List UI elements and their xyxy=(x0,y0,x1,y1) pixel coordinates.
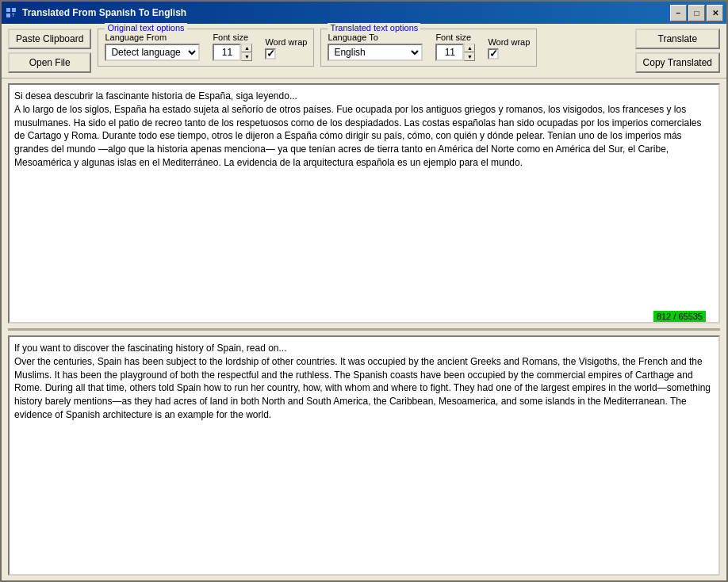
original-word-wrap-checkbox[interactable] xyxy=(265,48,276,59)
translated-text-panel xyxy=(8,335,720,576)
translated-font-down-button[interactable]: ▼ xyxy=(464,52,475,61)
original-font-size-input[interactable] xyxy=(213,44,241,61)
translated-font-size-input[interactable] xyxy=(435,44,464,61)
translated-wordwrap-group: Word wrap xyxy=(488,37,530,61)
original-font-spin-buttons: ▲ ▼ xyxy=(241,44,252,61)
original-font-size-spin: ▲ ▼ xyxy=(213,44,252,61)
language-from-group: Language From Detect language Spanish Fr… xyxy=(105,33,200,61)
minimize-button[interactable]: − xyxy=(670,5,687,21)
window-controls: − □ ✕ xyxy=(670,5,723,21)
translated-word-wrap-checkbox[interactable] xyxy=(488,48,499,59)
original-text-panel: 812 / 65535 xyxy=(8,83,720,324)
char-count-badge: 812 / 65535 xyxy=(653,311,706,322)
main-window: T Translated From Spanish To English − □… xyxy=(0,0,728,582)
svg-rect-0 xyxy=(6,8,10,12)
original-options-label: Original text options xyxy=(105,23,186,33)
original-wordwrap-group: Word wrap xyxy=(265,37,307,61)
original-word-wrap-container xyxy=(265,48,307,59)
paste-clipboard-button[interactable]: Paste Clipboard xyxy=(8,29,91,49)
original-word-wrap-label: Word wrap xyxy=(265,37,307,47)
language-to-select[interactable]: English Spanish French German Italian Po… xyxy=(328,44,423,61)
title-bar: T Translated From Spanish To English − □… xyxy=(2,2,726,24)
close-button[interactable]: ✕ xyxy=(707,5,723,21)
translated-text-wrapper xyxy=(8,335,720,576)
translate-button[interactable]: Translate xyxy=(635,29,720,49)
translated-word-wrap-container xyxy=(488,48,530,59)
original-font-size-label: Font size xyxy=(213,33,252,42)
translated-font-up-button[interactable]: ▲ xyxy=(464,44,475,52)
svg-rect-2 xyxy=(6,13,10,17)
translated-word-wrap-label: Word wrap xyxy=(488,37,530,47)
window-title: Translated From Spanish To English xyxy=(22,7,670,18)
original-font-up-button[interactable]: ▲ xyxy=(241,44,252,52)
right-buttons: Translate Copy Translated xyxy=(635,29,720,73)
language-to-label: Language To xyxy=(328,33,423,42)
translated-font-size-label: Font size xyxy=(435,33,475,42)
original-text-options: Original text options Language From Dete… xyxy=(98,29,314,67)
language-to-group: Language To English Spanish French Germa… xyxy=(328,33,423,61)
original-font-down-button[interactable]: ▼ xyxy=(241,52,252,61)
maximize-button[interactable]: □ xyxy=(688,5,705,21)
original-text-wrapper: 812 / 65535 xyxy=(8,83,720,324)
svg-rect-1 xyxy=(12,8,16,12)
left-buttons: Paste Clipboard Open File xyxy=(8,29,91,73)
original-font-size-group: Font size ▲ ▼ xyxy=(213,33,252,61)
translated-font-size-group: Font size ▲ ▼ xyxy=(435,33,475,61)
app-icon: T xyxy=(5,6,17,19)
translated-text-options: Translated text options Language To Engl… xyxy=(320,29,537,67)
translated-options-label: Translated text options xyxy=(328,23,420,33)
original-textarea[interactable] xyxy=(8,83,720,324)
translated-font-spin-buttons: ▲ ▼ xyxy=(464,44,475,61)
copy-translated-button[interactable]: Copy Translated xyxy=(635,52,720,73)
language-from-label: Language From xyxy=(105,33,200,42)
svg-text:T: T xyxy=(12,13,15,17)
language-from-select[interactable]: Detect language Spanish French German It… xyxy=(105,44,200,61)
translated-textarea[interactable] xyxy=(8,335,720,576)
toolbar: Paste Clipboard Open File Original text … xyxy=(2,24,726,78)
main-content: 812 / 65535 xyxy=(2,78,726,580)
open-file-button[interactable]: Open File xyxy=(8,52,91,73)
panel-divider xyxy=(8,328,720,331)
translated-font-size-spin: ▲ ▼ xyxy=(435,44,475,61)
